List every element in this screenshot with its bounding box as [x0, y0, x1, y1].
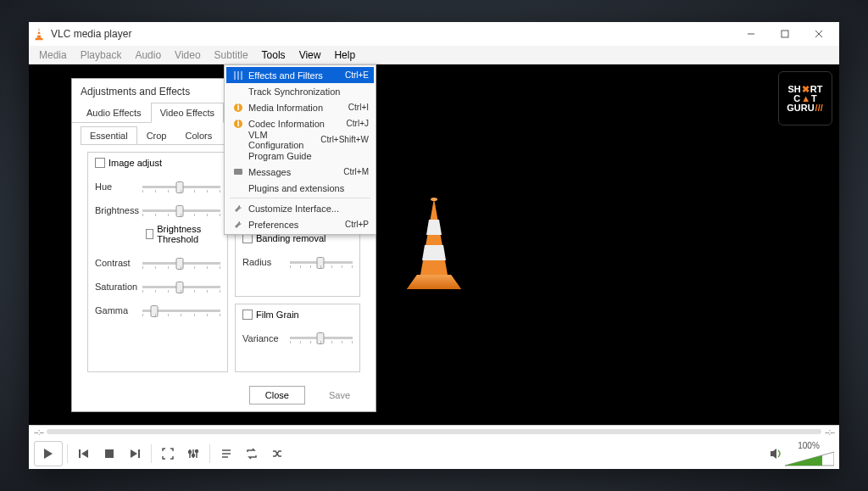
- hue-slider[interactable]: [142, 186, 220, 188]
- close-button[interactable]: [802, 22, 836, 46]
- menu-media[interactable]: Media: [32, 46, 74, 64]
- svg-text:i: i: [236, 119, 239, 128]
- brightness-slider[interactable]: [142, 209, 220, 212]
- time-elapsed: --:--: [34, 427, 43, 437]
- menubar: Media Playback Audio Video Subtitle Tool…: [29, 46, 839, 64]
- brightness-threshold-checkbox[interactable]: [146, 229, 153, 239]
- dd-media-info[interactable]: i Media Information Ctrl+I: [226, 99, 374, 115]
- dropdown-separator: [230, 198, 370, 198]
- dd-messages[interactable]: Messages Ctrl+M: [226, 164, 374, 180]
- svg-marker-3: [35, 38, 43, 40]
- svg-marker-12: [426, 220, 442, 235]
- messages-icon: [231, 165, 245, 179]
- image-adjust-checkbox[interactable]: [95, 158, 105, 168]
- subtab-colors[interactable]: Colors: [175, 126, 221, 145]
- banding-removal-panel: Banding removal Radius: [235, 227, 360, 296]
- window-title: VLC media player: [51, 28, 734, 40]
- svg-rect-2: [37, 34, 41, 36]
- image-adjust-label: Image adjust: [108, 158, 162, 168]
- menu-audio[interactable]: Audio: [128, 46, 168, 64]
- maximize-button[interactable]: [768, 22, 802, 46]
- menu-tools[interactable]: Tools: [255, 46, 292, 64]
- menu-video[interactable]: Video: [168, 46, 207, 64]
- loop-button[interactable]: [240, 442, 264, 466]
- menu-subtitle[interactable]: Subtitle: [208, 46, 255, 64]
- tab-audio-effects[interactable]: Audio Effects: [77, 103, 151, 123]
- dd-vlm-config[interactable]: VLM Configuration Ctrl+Shift+W: [226, 131, 374, 148]
- banding-removal-checkbox[interactable]: [242, 233, 253, 243]
- svg-marker-13: [422, 245, 446, 260]
- subtab-crop[interactable]: Crop: [137, 126, 176, 145]
- play-button[interactable]: [34, 441, 63, 466]
- film-grain-label: Film Grain: [256, 310, 299, 320]
- tab-video-effects[interactable]: Video Effects: [151, 103, 224, 123]
- time-remaining: --:--: [825, 427, 834, 437]
- svg-marker-15: [44, 449, 53, 459]
- vlc-cone-logo: [392, 194, 476, 296]
- next-button[interactable]: [123, 442, 147, 466]
- dd-plugins[interactable]: Plugins and extensions: [226, 180, 374, 196]
- stop-button[interactable]: [97, 442, 121, 466]
- svg-point-25: [192, 455, 195, 457]
- seek-bar: --:-- --:--: [29, 426, 839, 438]
- svg-marker-30: [771, 449, 776, 459]
- volume-label: 100%: [798, 441, 820, 450]
- info-icon: i: [231, 101, 245, 114]
- extended-settings-button[interactable]: [181, 442, 205, 466]
- banding-removal-label: Banding removal: [256, 233, 326, 243]
- film-grain-panel: Film Grain Variance: [235, 304, 360, 372]
- shuffle-button[interactable]: [265, 442, 289, 466]
- fullscreen-button[interactable]: [156, 442, 180, 466]
- film-grain-checkbox[interactable]: [242, 310, 253, 320]
- svg-marker-19: [131, 449, 137, 458]
- wrench-icon: [231, 202, 245, 215]
- brightness-threshold-label: Brightness Threshold: [157, 224, 220, 244]
- dd-customize-interface[interactable]: Customize Interface...: [226, 200, 374, 216]
- speaker-icon[interactable]: [770, 448, 783, 460]
- image-adjust-panel: Image adjust Hue Brightness Brightness T…: [87, 152, 228, 372]
- subtab-essential[interactable]: Essential: [81, 126, 137, 145]
- svg-marker-0: [37, 28, 42, 38]
- vlc-cone-icon: [32, 27, 46, 41]
- wrench-icon: [231, 218, 245, 232]
- contrast-slider[interactable]: [142, 262, 220, 265]
- svg-marker-10: [407, 275, 461, 289]
- svg-text:i: i: [236, 103, 239, 112]
- svg-point-24: [189, 451, 192, 454]
- close-button-dialog[interactable]: Close: [249, 386, 305, 405]
- playback-controls: --:-- --:-- 100%: [29, 425, 839, 469]
- app-window: VLC media player Media Playback Audio Vi…: [29, 22, 839, 469]
- previous-button[interactable]: [72, 442, 96, 466]
- menu-playback[interactable]: Playback: [74, 46, 129, 64]
- variance-slider[interactable]: [290, 337, 353, 339]
- menu-view[interactable]: View: [292, 46, 328, 64]
- save-button-dialog[interactable]: Save: [314, 386, 365, 405]
- titlebar: VLC media player: [29, 22, 839, 46]
- dd-preferences[interactable]: Preferences Ctrl+P: [226, 216, 374, 232]
- dd-effects-and-filters[interactable]: Effects and Filters Ctrl+E: [226, 67, 374, 83]
- svg-marker-11: [420, 198, 448, 275]
- tools-dropdown: Effects and Filters Ctrl+E Track Synchro…: [224, 64, 376, 235]
- svg-marker-17: [81, 449, 88, 458]
- gamma-slider[interactable]: [142, 310, 220, 312]
- svg-rect-16: [79, 449, 81, 458]
- minimize-button[interactable]: [734, 22, 768, 46]
- svg-rect-20: [138, 449, 140, 458]
- seek-track[interactable]: [47, 429, 821, 434]
- playlist-button[interactable]: [214, 442, 238, 466]
- volume-slider[interactable]: [785, 450, 834, 467]
- equalizer-icon: [231, 69, 245, 82]
- dd-program-guide[interactable]: Program Guide: [226, 148, 374, 164]
- dd-track-sync[interactable]: Track Synchronization: [226, 83, 374, 99]
- svg-rect-18: [105, 449, 114, 458]
- menu-help[interactable]: Help: [327, 46, 362, 64]
- saturation-slider[interactable]: [142, 286, 220, 288]
- info-icon: i: [231, 117, 245, 131]
- shortcut-guru-logo: SH✖RT C▲T GURU///: [778, 71, 832, 126]
- svg-rect-40: [234, 169, 242, 175]
- radius-slider[interactable]: [290, 261, 353, 264]
- svg-rect-1: [38, 31, 41, 32]
- svg-point-26: [196, 450, 198, 453]
- svg-rect-5: [782, 31, 788, 37]
- svg-point-14: [431, 198, 437, 201]
